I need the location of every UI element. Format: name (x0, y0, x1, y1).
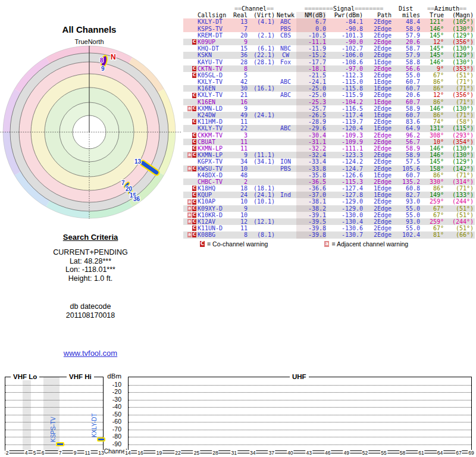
gridline (129, 445, 471, 445)
cell-network: ABC (275, 79, 296, 85)
cell-true-azimuth: 146° (420, 59, 444, 65)
cell-real-channel: 48 (233, 172, 248, 179)
table-row: aCK09XY-D9-38.2-129.02Edge55.067°(51°) (183, 205, 475, 212)
cell-virtual-channel: (10.1) (248, 198, 275, 205)
table-row: K16EN16-25.3-104.21Edge60.786°(71°) (183, 99, 475, 105)
uhf-label: UHF (290, 373, 309, 380)
tvfool-report: N89137201536 All Channels TrueNorth ==Ch… (0, 0, 476, 457)
warning-markers: aC (183, 212, 196, 218)
cell-callsign: K16EN (196, 99, 233, 105)
cell-distance-miles: 60.7 (392, 172, 420, 179)
cell-magnetic-azimuth: (71°) (444, 85, 474, 92)
cell-path: 1Edge (363, 125, 392, 132)
cell-nm-db: -31.1 (296, 139, 326, 145)
channel-tick-label: 11 (84, 450, 91, 456)
cell-true-azimuth: 86° (420, 172, 444, 179)
cell-path: 1Edge (363, 112, 392, 118)
table-row: KREM-DT20(2.1)CBS-10.5-101.32Edge57.9145… (183, 32, 475, 39)
cell-nm-db: -25.0 (296, 85, 326, 92)
gridline (129, 392, 471, 393)
adjacent-channel-warning-icon: a (324, 241, 329, 247)
gridline (5, 415, 103, 415)
cell-real-channel: 13 (233, 18, 248, 25)
cell-nm-db: -33.8 (296, 165, 326, 172)
col-header-true: True (420, 12, 444, 18)
cell-network: PBS (275, 26, 296, 32)
cell-true-azimuth: 149° (420, 192, 444, 198)
cell-callsign: K08BG (196, 231, 233, 238)
cell-distance-miles: 20.6 (392, 39, 420, 45)
table-row: KSPS-TV7PBS0.0-90.82Edge58.9146°(130°) (183, 26, 475, 32)
cell-real-channel: 49 (233, 112, 248, 118)
cell-path: 2Edge (363, 52, 392, 58)
co-channel-warning-icon: C (192, 146, 196, 151)
cell-real-channel: 5 (233, 72, 248, 79)
cell-distance-miles: 96.2 (392, 132, 420, 139)
cell-distance-miles: 58.9 (392, 26, 420, 32)
cell-true-azimuth: 67° (420, 72, 444, 79)
cell-real-channel: 21 (233, 92, 248, 98)
tvfool-link[interactable]: www.tvfool.com (24, 349, 157, 358)
col-header-callsign: Callsign (196, 12, 233, 18)
gridline (129, 415, 471, 415)
uhf-panel (128, 377, 472, 451)
frequency-gap-band (23, 377, 31, 450)
gridline (129, 437, 471, 437)
cell-callsign: K10AP (196, 198, 233, 205)
cell-true-azimuth: 259° (420, 218, 444, 225)
channel-tick-label: 25 (193, 450, 200, 456)
table-row: KXLY-DT13(4.1)ABC6.7-84.12Edge48.4121°(1… (183, 18, 475, 25)
cell-nm-db: -37.0 (296, 192, 326, 198)
cell-power-dbm: -115.9 (326, 92, 363, 98)
adjacent-channel-warning-icon: a (187, 106, 192, 111)
co-channel-warning-icon: C (192, 206, 196, 211)
table-row: KXLY-TV22ABC-29.6-120.41Edge64.9131°(115… (183, 125, 475, 132)
cell-power-dbm: -130.6 (326, 225, 363, 231)
cell-virtual-channel: (24.1) (248, 192, 275, 198)
col-header-netwk: Netwk (275, 12, 296, 18)
cell-callsign: CHBC-TV (196, 179, 233, 185)
cell-nm-db: -39.8 (296, 231, 326, 238)
cell-real-channel: 9 (233, 39, 248, 45)
cell-magnetic-azimuth: (105°) (444, 18, 474, 25)
cell-power-dbm: -84.1 (326, 18, 363, 25)
cell-distance-miles: 102.4 (392, 231, 420, 238)
cell-path: 2Edge (363, 92, 392, 98)
cell-distance-miles: 64.9 (392, 125, 420, 132)
cell-path: 2Edge (363, 198, 392, 205)
table-row: CHBC-TV2-36.5-115.32Edge135.2330°(314°) (183, 179, 475, 185)
cell-power-dbm: -126.6 (326, 172, 363, 179)
cell-distance-miles: 57.9 (392, 32, 420, 39)
cell-real-channel: 16 (233, 99, 248, 105)
cell-true-azimuth: 145° (420, 32, 444, 39)
co-channel-warning-icon: C (192, 66, 196, 71)
cell-magnetic-azimuth: (354°) (444, 139, 474, 145)
spectrum-chart: VHF Lo VHF Hi UHF dBm Channel -10-20-30-… (0, 369, 476, 457)
cell-real-channel: 20 (233, 32, 248, 39)
search-lat: Lat: 48.28*** (24, 257, 157, 266)
cell-nm-db: -15.2 (296, 52, 326, 58)
cell-magnetic-azimuth: (51°) (444, 225, 474, 231)
cell-callsign: K09XY-D (196, 205, 233, 212)
cell-path: 2Edge (363, 225, 392, 231)
cell-magnetic-azimuth: (130°) (444, 145, 474, 152)
cell-magnetic-azimuth: (129°) (444, 158, 474, 165)
cell-power-dbm: -102.7 (326, 45, 363, 52)
cell-callsign: CBUAT (196, 139, 233, 145)
cell-path: 2Edge (363, 179, 392, 185)
cell-power-dbm: -127.4 (326, 185, 363, 192)
cell-path: 2Edge (363, 165, 392, 172)
table-header-groups: ==Channel== ========Signal======== Dist … (183, 5, 475, 12)
cell-callsign: KQUP (196, 192, 233, 198)
warning-markers: aC (183, 106, 196, 111)
cell-callsign: KHQ-DT (196, 45, 233, 52)
co-channel-warning-icon: C (192, 39, 196, 45)
cell-magnetic-azimuth: (71°) (444, 99, 474, 105)
cell-power-dbm: -111.1 (326, 145, 363, 152)
cell-power-dbm: -106.0 (326, 52, 363, 58)
cell-callsign: K10KR-D (196, 212, 233, 218)
cell-callsign: KXLY-DT (196, 18, 233, 25)
adjacent-channel-warning-icon: a (187, 212, 192, 218)
channel-tick-label: 34 (249, 450, 256, 456)
cell-real-channel: 11 (233, 139, 248, 145)
